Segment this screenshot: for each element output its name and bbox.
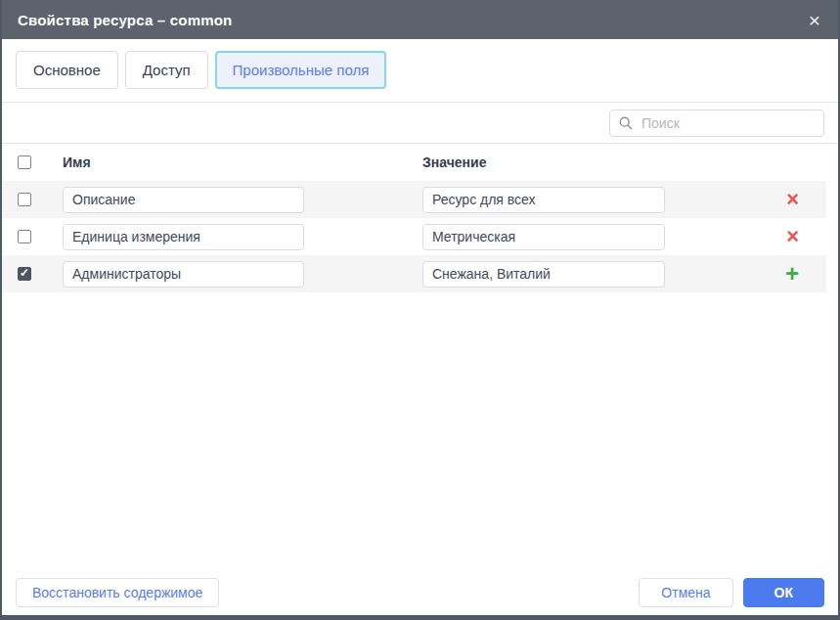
- resource-properties-dialog: Свойства ресурса – common × Основное Дос…: [0, 0, 840, 620]
- tab-access[interactable]: Доступ: [125, 51, 208, 89]
- field-value-input[interactable]: [422, 187, 665, 213]
- tab-main[interactable]: Основное: [16, 51, 118, 89]
- row-checkbox[interactable]: [18, 230, 31, 244]
- field-name-input[interactable]: [63, 261, 304, 288]
- dialog-footer: Восстановить содержимое Отмена ОК: [2, 578, 838, 615]
- select-all-checkbox[interactable]: [18, 155, 31, 169]
- table-row: +: [2, 255, 826, 292]
- tabs-bar: Основное Доступ Произвольные поля: [2, 39, 838, 102]
- delete-icon[interactable]: ×: [786, 226, 799, 247]
- search-icon: [619, 116, 633, 130]
- field-name-input[interactable]: [63, 224, 304, 250]
- close-icon[interactable]: ×: [807, 10, 822, 30]
- cancel-button[interactable]: Отмена: [639, 578, 732, 607]
- column-header-value: Значение: [422, 155, 665, 170]
- table-row: ×: [2, 218, 826, 255]
- custom-fields-table: Имя Значение ×: [2, 144, 826, 292]
- ok-button[interactable]: ОК: [743, 578, 824, 607]
- field-value-input[interactable]: [422, 224, 665, 250]
- field-name-input[interactable]: [63, 187, 304, 213]
- tab-custom-fields[interactable]: Произвольные поля: [215, 51, 387, 89]
- add-icon[interactable]: +: [785, 262, 799, 286]
- row-checkbox[interactable]: [18, 193, 31, 206]
- dialog-titlebar: Свойства ресурса – common ×: [2, 0, 838, 39]
- table-header-row: Имя Значение: [2, 144, 826, 181]
- search-box: [609, 110, 824, 137]
- restore-content-button[interactable]: Восстановить содержимое: [16, 578, 219, 607]
- search-row: [2, 103, 838, 143]
- field-value-input[interactable]: [422, 261, 665, 288]
- delete-icon[interactable]: ×: [786, 189, 799, 210]
- table-row: ×: [2, 181, 826, 218]
- column-header-name: Имя: [63, 155, 304, 170]
- row-checkbox[interactable]: [18, 267, 31, 281]
- content-spacer: [2, 292, 838, 578]
- dialog-title: Свойства ресурса – common: [18, 12, 232, 28]
- search-input[interactable]: [640, 114, 815, 132]
